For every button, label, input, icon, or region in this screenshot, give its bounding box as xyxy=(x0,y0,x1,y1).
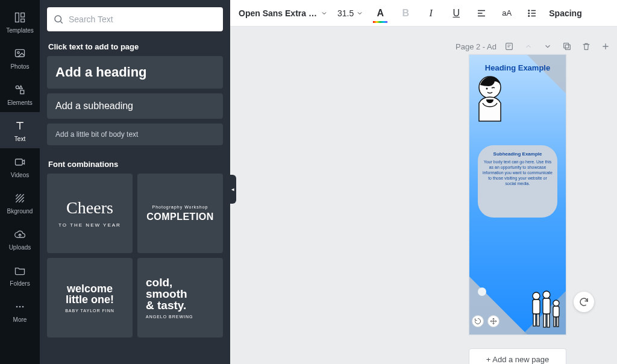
person-illustration[interactable] xyxy=(472,73,508,127)
combo-line: cold, xyxy=(146,276,172,289)
add-body-button[interactable]: Add a little bit of body text xyxy=(47,124,223,145)
text-panel: Click text to add to page Add a heading … xyxy=(40,0,230,364)
rail-folders[interactable]: Folders xyxy=(0,257,40,293)
rail-more-label: More xyxy=(13,316,27,323)
resync-button[interactable] xyxy=(574,292,594,312)
context-toolbar: Open Sans Extra … 31.5 A B I U aA Spacin… xyxy=(230,0,617,27)
svg-point-9 xyxy=(19,306,21,307)
svg-rect-0 xyxy=(16,13,19,22)
svg-point-13 xyxy=(528,13,530,14)
canvas-subheading-text[interactable]: Subheading Example xyxy=(483,151,553,157)
add-page-button[interactable]: + Add a new page xyxy=(469,348,566,364)
folders-icon xyxy=(13,263,27,278)
canvas-body-text[interactable]: Your body text can go here. Use this as … xyxy=(483,159,553,186)
rail-templates-label: Templates xyxy=(6,27,34,34)
svg-rect-2 xyxy=(21,19,25,22)
spacing-button[interactable]: Spacing xyxy=(549,8,581,18)
combo-line: smooth xyxy=(146,287,187,300)
triangle-shape[interactable] xyxy=(527,55,566,93)
combo-line: TO THE NEW YEAR xyxy=(58,222,121,228)
font-combo-cheers[interactable]: Cheers TO THE NEW YEAR xyxy=(47,174,133,253)
design-page[interactable]: Heading Example Subheading Example Your … xyxy=(469,54,566,335)
svg-rect-31 xyxy=(557,317,559,327)
add-subheading-button[interactable]: Add a subheading xyxy=(47,93,223,119)
font-family-label: Open Sans Extra … xyxy=(239,8,317,18)
page-next-button[interactable] xyxy=(541,40,554,53)
combo-line: little one! xyxy=(66,293,114,306)
svg-rect-30 xyxy=(554,317,556,327)
font-combo-grid: Cheers TO THE NEW YEAR Photography Works… xyxy=(47,174,223,337)
font-combo-completion[interactable]: Photography Workshop COMPLETION xyxy=(137,174,223,253)
canvas-heading-text[interactable]: Heading Example xyxy=(469,63,566,72)
rail-elements[interactable]: Elements xyxy=(0,76,40,112)
tool-rail: Templates Photos Elements Text Videos Bk… xyxy=(0,0,40,364)
bold-button[interactable]: B xyxy=(397,5,414,22)
combo-line: & tasty. xyxy=(146,299,186,312)
page-notes-button[interactable] xyxy=(503,40,516,53)
page-prev-button[interactable] xyxy=(522,40,535,53)
italic-button[interactable]: I xyxy=(422,5,439,22)
font-family-picker[interactable]: Open Sans Extra … xyxy=(239,8,329,18)
rail-templates[interactable]: Templates xyxy=(0,4,40,40)
videos-icon xyxy=(13,155,27,169)
rail-bkground-label: Bkground xyxy=(7,208,33,215)
rail-bkground[interactable]: Bkground xyxy=(0,184,40,221)
uppercase-button[interactable]: aA xyxy=(498,5,515,22)
svg-point-11 xyxy=(55,16,61,22)
rail-elements-label: Elements xyxy=(7,99,33,106)
add-body-label: Add a little bit of body text xyxy=(55,130,138,139)
add-heading-button[interactable]: Add a heading xyxy=(47,56,223,89)
photos-icon xyxy=(13,46,27,61)
page-duplicate-button[interactable] xyxy=(560,40,574,53)
svg-rect-6 xyxy=(20,90,24,93)
rail-text-label: Text xyxy=(14,136,25,142)
add-page-label: + Add a new page xyxy=(486,355,549,364)
rail-more[interactable]: More xyxy=(0,293,40,329)
combo-line: ANGELO BREWING xyxy=(146,315,193,319)
page-add-button[interactable] xyxy=(599,40,612,53)
search-input[interactable] xyxy=(69,14,217,24)
svg-rect-29 xyxy=(553,306,559,317)
family-illustration[interactable] xyxy=(530,287,563,331)
underline-button[interactable]: U xyxy=(448,5,465,22)
text-color-button[interactable]: A xyxy=(372,5,389,22)
svg-point-5 xyxy=(16,86,19,89)
svg-point-28 xyxy=(553,300,559,306)
rail-photos[interactable]: Photos xyxy=(0,40,40,76)
font-size-picker[interactable]: 31.5 xyxy=(337,8,363,18)
elements-icon xyxy=(13,83,27,97)
combo-line: COMPLETION xyxy=(146,212,214,222)
tree-illustration[interactable] xyxy=(478,287,486,296)
rail-uploads-label: Uploads xyxy=(9,244,31,251)
add-heading-label: Add a heading xyxy=(55,64,147,80)
svg-rect-1 xyxy=(21,13,25,17)
list-button[interactable] xyxy=(524,5,540,22)
svg-point-14 xyxy=(528,15,530,16)
svg-rect-27 xyxy=(547,314,550,327)
svg-rect-22 xyxy=(533,314,536,326)
click-to-add-label: Click text to add to page xyxy=(48,42,222,51)
canvas-zone[interactable]: Page 2 - Ad Heading Example xyxy=(230,27,617,364)
font-size-value: 31.5 xyxy=(337,8,354,18)
svg-point-20 xyxy=(533,292,540,300)
alignment-button[interactable] xyxy=(473,5,490,22)
main-area: Open Sans Extra … 31.5 A B I U aA Spacin… xyxy=(230,0,617,364)
search-box[interactable] xyxy=(47,7,223,31)
rail-uploads[interactable]: Uploads xyxy=(0,221,40,257)
callout-shape[interactable]: Subheading Example Your body text can go… xyxy=(478,145,557,218)
chevron-down-icon xyxy=(321,10,328,17)
rotate-handle[interactable] xyxy=(472,315,484,327)
templates-icon xyxy=(13,10,27,25)
svg-point-24 xyxy=(543,291,550,298)
combo-line: Photography Workshop xyxy=(152,205,208,209)
rail-text[interactable]: Text xyxy=(0,112,40,148)
rail-videos[interactable]: Videos xyxy=(0,148,40,184)
page-delete-button[interactable] xyxy=(580,40,593,53)
svg-rect-21 xyxy=(533,300,540,314)
move-handle[interactable] xyxy=(487,315,500,327)
chevron-down-icon xyxy=(356,10,363,17)
font-combo-welcome[interactable]: welcomelittle one! BABY TAYLOR FINN xyxy=(47,258,133,337)
svg-point-12 xyxy=(528,10,530,11)
font-combo-tasty[interactable]: cold,smooth& tasty. ANGELO BREWING xyxy=(137,258,223,337)
rail-photos-label: Photos xyxy=(10,63,29,70)
